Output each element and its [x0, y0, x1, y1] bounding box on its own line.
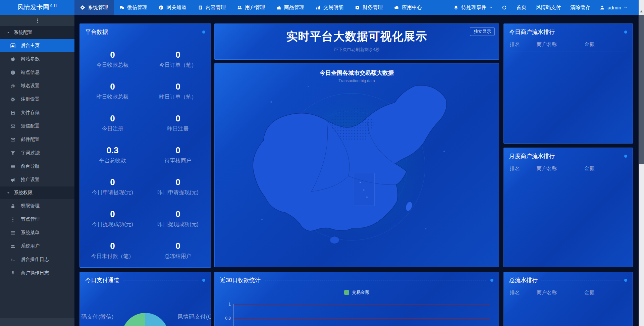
stat-yesterday-orders: 0昨日订单（笔） [145, 75, 211, 107]
standalone-display-button[interactable]: 独立显示 [470, 27, 495, 36]
sidebar-item-promotion-settings[interactable]: 推广设置 [0, 173, 74, 186]
sidebar-menu: 系统配置后台主页网站参数站点信息@域名设置注册设置文件存储短信配置邮件配置字词过… [0, 26, 74, 280]
refresh-icon [502, 5, 507, 10]
user-menu[interactable]: admin [595, 5, 632, 10]
sidebar-collapse-toggle[interactable] [0, 15, 74, 26]
svg-text:P: P [160, 6, 162, 9]
col-amount: 金额 [584, 165, 618, 172]
pending-events-dropdown[interactable]: 待处理事件 [449, 4, 497, 11]
clear-cache-link[interactable]: 清除缓存 [566, 4, 595, 11]
nav-label: 交易明细 [323, 4, 343, 11]
stat-today-unpaid: 0今日未付款（笔） [80, 234, 145, 266]
rank-table-header: 排名 商户名称 金额 [504, 163, 633, 176]
dotted-divider [541, 280, 621, 280]
dot-accent [202, 31, 205, 34]
nav-wechat-management[interactable]: 微信管理 [114, 0, 153, 15]
stat-value: 0 [175, 50, 180, 60]
sidebar-bottom-strip [0, 318, 74, 326]
scrollbar-thumb[interactable] [639, 15, 644, 164]
sidebar-section-system-config[interactable]: 系统配置 [0, 26, 74, 39]
nav-system-management[interactable]: 系统管理 [74, 0, 114, 15]
nav-label: 应用中心 [402, 4, 422, 11]
stat-value: 0.3 [106, 145, 118, 156]
sidebar-item-site-params[interactable]: 网站参数 [0, 52, 74, 66]
stat-value: 0 [110, 82, 115, 92]
stat-frozen-users: 0总冻结用户 [145, 234, 211, 266]
scroll-up-arrow[interactable] [639, 9, 644, 14]
stat-value: 0 [110, 113, 115, 124]
col-merchant: 商户名称 [537, 41, 584, 48]
sidebar-section-system-permission[interactable]: 系统权限 [0, 186, 74, 199]
stat-label: 昨日收款总额 [97, 94, 129, 101]
nav-content-management[interactable]: 内容管理 [192, 0, 231, 15]
page-scrollbar[interactable] [639, 0, 644, 326]
gear-icon [10, 97, 15, 102]
y-axis-line [233, 304, 234, 326]
stat-label: 平台总收款 [99, 157, 126, 164]
pin-icon [10, 271, 15, 276]
nav-app-center[interactable]: 应用中心 [388, 0, 428, 15]
sidebar-item-node-management[interactable]: 节点管理 [0, 213, 74, 226]
nav-label: 网关通道 [166, 4, 186, 11]
bag-icon [276, 5, 281, 10]
sidebar-item-merchant-operation-log[interactable]: 商户操作日志 [0, 266, 74, 280]
caret-down-icon [7, 31, 10, 34]
payment-pie-chart[interactable] [122, 313, 169, 326]
list-icon [10, 164, 15, 169]
nav-transaction-details[interactable]: 交易明细 [310, 0, 349, 15]
dots-icon [10, 217, 15, 222]
sidebar-item-admin-operation-log[interactable]: 后台操作日志 [0, 253, 74, 266]
sidebar-item-system-menu[interactable]: 系统菜单 [0, 226, 74, 239]
svg-text:@: @ [11, 84, 15, 88]
col-merchant: 商户名称 [537, 289, 584, 296]
nav-gateway-channel[interactable]: P网关通道 [153, 0, 192, 15]
stat-yesterday-withdraw-apply: 0昨日申请提现(元) [145, 171, 211, 203]
legend-label: 交易金额 [352, 289, 369, 295]
nav-user-management[interactable]: 用户管理 [231, 0, 271, 15]
today-merchant-rank-panel: 今日商户流水排行 排名 商户名称 金额 [503, 23, 633, 144]
nav-label: 用户管理 [245, 4, 265, 11]
nav-label: 内容管理 [206, 4, 226, 11]
sidebar-item-admin-home[interactable]: 后台主页 [0, 39, 74, 52]
auto-refresh-note: 距下次自动刷新剩余4秒 [215, 47, 499, 53]
stat-value: 0 [175, 177, 180, 187]
megaphone-icon [10, 177, 15, 182]
pie-label-fengqing: 风情码支付(C [177, 313, 211, 321]
panel-title: 今日支付通道 [85, 276, 119, 284]
nav-finance-management[interactable]: 财务管理 [349, 0, 388, 15]
dashboard-page: 风情发卡网9.11 系统管理微信管理P网关通道内容管理用户管理商品管理交易明细财… [0, 0, 644, 326]
brand-logo[interactable]: 风情发卡网9.11 [0, 3, 74, 12]
sidebar-item-sms-config[interactable]: 短信配置 [0, 119, 74, 133]
header-underline [510, 52, 627, 52]
floppy-icon [10, 110, 15, 115]
sidebar-item-permission-management[interactable]: 权限管理 [0, 199, 74, 213]
sidebar-item-domain-settings[interactable]: @域名设置 [0, 79, 74, 93]
sidebar-item-site-info[interactable]: 站点信息 [0, 66, 74, 79]
sidebar-item-file-storage[interactable]: 文件存储 [0, 106, 74, 119]
stat-value: 0 [110, 241, 115, 251]
stat-today-orders: 0今日订单（笔） [145, 43, 211, 75]
home-link[interactable]: 首页 [512, 4, 531, 11]
dot-accent [202, 279, 205, 282]
ytick-0-8: 0.8 [219, 316, 231, 321]
monthly-merchant-rank-panel: 月度商户流水排行 排名 商户名称 金额 [503, 148, 633, 267]
nav-label: 商品管理 [284, 4, 304, 11]
sidebar: 系统配置后台主页网站参数站点信息@域名设置注册设置文件存储短信配置邮件配置字词过… [0, 15, 74, 326]
china-map [234, 74, 469, 247]
rank-table-header: 排名 商户名称 金额 [504, 287, 633, 300]
stat-value: 0 [110, 50, 115, 60]
sidebar-item-word-filter[interactable]: 字词过滤 [0, 146, 74, 160]
panel-header: 今日商户流水排行 [504, 24, 633, 39]
sidebar-item-front-nav[interactable]: 前台导航 [0, 160, 74, 173]
sidebar-item-register-settings[interactable]: 注册设置 [0, 93, 74, 106]
stat-label: 今日申请提现(元) [92, 189, 133, 196]
lock-icon [10, 204, 15, 209]
gridline [233, 304, 490, 305]
refresh-button[interactable] [497, 5, 512, 10]
stat-label: 今日收款总额 [97, 62, 129, 69]
chart-legend[interactable]: 交易金额 [215, 289, 499, 295]
fengqing-pay-link[interactable]: 风情码支付 [531, 4, 566, 11]
sidebar-item-system-users[interactable]: 系统用户 [0, 239, 74, 253]
nav-product-management[interactable]: 商品管理 [271, 0, 310, 15]
sidebar-item-email-config[interactable]: 邮件配置 [0, 133, 74, 146]
